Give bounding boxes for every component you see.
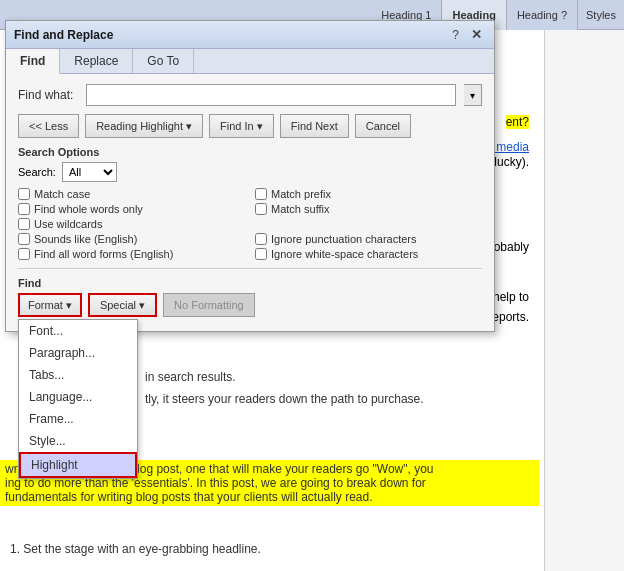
no-formatting-button[interactable]: No Formatting bbox=[163, 293, 255, 317]
doc-snippet-numbered: 1. Set the stage with an eye-grabbing he… bbox=[10, 542, 261, 556]
search-label: Search: bbox=[18, 166, 56, 178]
ribbon-heading3-label: Heading ? bbox=[517, 9, 567, 21]
cancel-button[interactable]: Cancel bbox=[355, 114, 411, 138]
ignore-punctuation-label: Ignore punctuation characters bbox=[271, 233, 417, 245]
word-forms-checkbox[interactable] bbox=[18, 248, 30, 260]
find-what-dropdown-arrow[interactable]: ▾ bbox=[464, 84, 482, 106]
sidebar bbox=[544, 30, 624, 571]
format-menu-highlight[interactable]: Highlight bbox=[19, 452, 137, 478]
dialog-help-button[interactable]: ? bbox=[448, 28, 463, 42]
search-row: Search: All Up Down bbox=[18, 162, 482, 182]
find-what-label: Find what: bbox=[18, 88, 78, 102]
whole-words-checkbox[interactable] bbox=[18, 203, 30, 215]
format-bar: Format ▾ Font... Paragraph... Tabs... La… bbox=[18, 293, 482, 317]
special-button[interactable]: Special ▾ bbox=[88, 293, 157, 317]
dialog-titlebar: Find and Replace ? ✕ bbox=[6, 21, 494, 49]
format-menu-frame[interactable]: Frame... bbox=[19, 408, 137, 430]
word-forms-label: Find all word forms (English) bbox=[34, 248, 173, 260]
ignore-whitespace-checkbox[interactable] bbox=[255, 248, 267, 260]
dialog-body: Find what: ▾ << Less Reading Highlight ▾… bbox=[6, 74, 494, 331]
wildcards-checkbox[interactable] bbox=[18, 218, 30, 230]
option-whole-words: Find whole words only bbox=[18, 203, 245, 215]
match-suffix-label: Match suffix bbox=[271, 203, 330, 215]
reading-highlight-button[interactable]: Reading Highlight ▾ bbox=[85, 114, 203, 138]
option-wildcards: Use wildcards bbox=[18, 218, 245, 230]
find-what-input[interactable] bbox=[86, 84, 456, 106]
find-next-button[interactable]: Find Next bbox=[280, 114, 349, 138]
option-ignore-whitespace: Ignore white-space characters bbox=[255, 248, 482, 260]
option-match-suffix: Match suffix bbox=[255, 203, 482, 215]
format-dropdown-menu: Font... Paragraph... Tabs... Language...… bbox=[18, 319, 138, 479]
format-menu-language[interactable]: Language... bbox=[19, 386, 137, 408]
format-menu-tabs[interactable]: Tabs... bbox=[19, 364, 137, 386]
options-grid: Match case Match prefix Find whole words… bbox=[18, 188, 482, 260]
doc-snippet-purchase: tly, it steers your readers down the pat… bbox=[145, 392, 424, 406]
match-suffix-checkbox[interactable] bbox=[255, 203, 267, 215]
sounds-like-label: Sounds like (English) bbox=[34, 233, 137, 245]
ribbon-heading3-btn[interactable]: Heading ? bbox=[507, 0, 578, 30]
tab-goto[interactable]: Go To bbox=[133, 49, 194, 73]
doc-snippet-search: in search results. bbox=[145, 370, 236, 384]
option-match-prefix: Match prefix bbox=[255, 188, 482, 200]
match-case-checkbox[interactable] bbox=[18, 188, 30, 200]
search-options-label: Search Options bbox=[18, 146, 482, 158]
find-replace-dialog: Find and Replace ? ✕ Find Replace Go To … bbox=[5, 20, 495, 332]
dialog-title: Find and Replace bbox=[14, 28, 113, 42]
ignore-punctuation-checkbox[interactable] bbox=[255, 233, 267, 245]
format-menu-style[interactable]: Style... bbox=[19, 430, 137, 452]
tab-replace[interactable]: Replace bbox=[60, 49, 133, 73]
search-select[interactable]: All Up Down bbox=[62, 162, 117, 182]
match-prefix-label: Match prefix bbox=[271, 188, 331, 200]
dialog-buttons-row: << Less Reading Highlight ▾ Find In ▾ Fi… bbox=[18, 114, 482, 138]
match-case-label: Match case bbox=[34, 188, 90, 200]
find-what-row: Find what: ▾ bbox=[18, 84, 482, 106]
less-button[interactable]: << Less bbox=[18, 114, 79, 138]
format-button-label: Format ▾ bbox=[28, 299, 72, 312]
format-menu-font[interactable]: Font... bbox=[19, 320, 137, 342]
ignore-whitespace-label: Ignore white-space characters bbox=[271, 248, 418, 260]
dialog-titlebar-actions: ? ✕ bbox=[448, 27, 486, 42]
format-button[interactable]: Format ▾ bbox=[18, 293, 82, 317]
dialog-close-button[interactable]: ✕ bbox=[467, 27, 486, 42]
option-empty bbox=[255, 218, 482, 230]
match-prefix-checkbox[interactable] bbox=[255, 188, 267, 200]
wildcards-label: Use wildcards bbox=[34, 218, 102, 230]
tab-find[interactable]: Find bbox=[6, 49, 60, 74]
option-sounds-like: Sounds like (English) bbox=[18, 233, 245, 245]
sounds-like-checkbox[interactable] bbox=[18, 233, 30, 245]
doc-snippet-ent: ent? bbox=[506, 115, 529, 129]
dialog-tabs: Find Replace Go To bbox=[6, 49, 494, 74]
styles-label: Styles bbox=[578, 5, 624, 25]
option-ignore-punctuation: Ignore punctuation characters bbox=[255, 233, 482, 245]
find-section-label: Find bbox=[18, 277, 482, 289]
find-in-button[interactable]: Find In ▾ bbox=[209, 114, 274, 138]
option-match-case: Match case bbox=[18, 188, 245, 200]
format-btn-container: Format ▾ Font... Paragraph... Tabs... La… bbox=[18, 293, 82, 317]
dialog-divider bbox=[18, 268, 482, 269]
special-button-label: Special ▾ bbox=[100, 299, 145, 311]
format-menu-paragraph[interactable]: Paragraph... bbox=[19, 342, 137, 364]
whole-words-label: Find whole words only bbox=[34, 203, 143, 215]
option-word-forms: Find all word forms (English) bbox=[18, 248, 245, 260]
